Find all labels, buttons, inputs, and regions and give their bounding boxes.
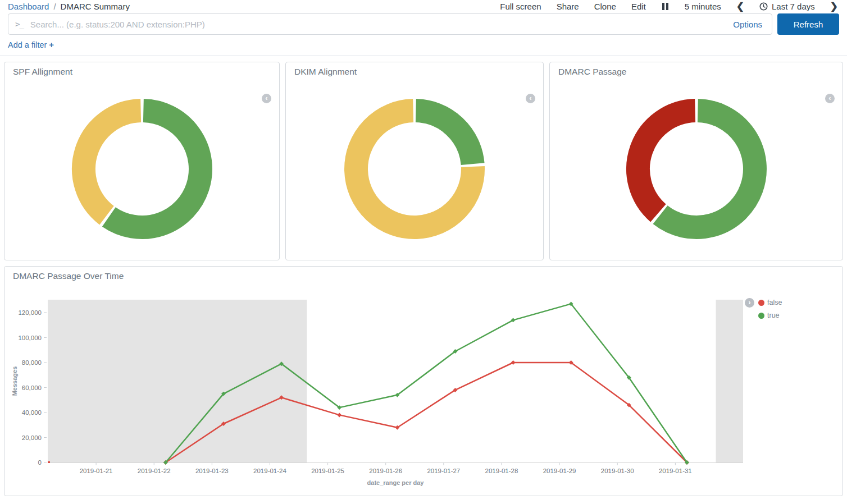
breadcrumb: Dashboard / DMARC Summary [8,2,130,11]
x-tick-label: 2019-01-21 [80,468,113,474]
clone-button[interactable]: Clone [594,2,616,11]
dmarc-donut-chart[interactable] [622,95,771,245]
time-range-label: Last 7 days [772,2,815,11]
legend-toggle-icon[interactable]: › [745,298,754,308]
legend-dot [758,313,764,319]
time-back-chevron-icon[interactable]: ❮ [736,2,744,11]
donut-svg [340,95,489,243]
line-chart-svg: 020,00040,00060,00080,000100,000120,0002… [4,267,843,496]
time-forward-chevron-icon[interactable]: ❯ [830,2,838,11]
pie-segment-1[interactable] [638,111,695,213]
donut-svg [68,95,216,243]
x-tick-label: 2019-01-29 [543,468,576,474]
clock-icon [759,2,768,11]
line-chart: 020,00040,00060,00080,000100,000120,0002… [4,267,843,498]
panel-spf-allignment: SPF Allignment ‹ [4,62,280,260]
refresh-interval-label[interactable]: 5 minutes [685,2,721,11]
shaded-band [716,300,744,462]
legend-item-false[interactable]: false [758,299,782,306]
x-axis-title: date_range per day [367,479,425,486]
edit-button[interactable]: Edit [631,2,646,11]
options-link[interactable]: Options [723,20,772,29]
add-filter-label: Add a filter [8,40,47,49]
top-panel-row: SPF Allignment ‹ DKIM Alignment ‹ DMARC … [4,62,843,260]
pause-icon[interactable] [661,2,670,11]
legend-label: false [767,299,782,306]
legend-collapse-icon[interactable]: ‹ [526,94,535,103]
top-nav: Full screen Share Clone Edit 5 minutes ❮… [500,2,838,11]
add-filter-link[interactable]: Add a filter + [8,40,54,49]
plus-icon: + [49,40,54,49]
series-marker [337,413,341,417]
x-tick-label: 2019-01-23 [195,468,229,474]
query-bar: >_ Options Refresh [0,13,847,35]
dashboard-grid: SPF Allignment ‹ DKIM Alignment ‹ DMARC … [0,56,847,496]
series-edge-tick [48,461,50,463]
panel-title: DKIM Alignment [286,62,543,77]
refresh-button[interactable]: Refresh [777,13,839,35]
pie-segment-0[interactable] [416,111,472,164]
series-marker [511,360,516,365]
panel-title: SPF Allignment [4,62,279,77]
fullscreen-button[interactable]: Full screen [500,2,541,11]
legend-collapse-icon[interactable]: ‹ [825,94,835,103]
x-tick-label: 2019-01-24 [253,468,286,474]
panel-title: DMARC Passage [550,62,843,77]
chart-legend: › falsetrue [745,298,782,319]
time-range-picker[interactable]: Last 7 days [759,2,815,11]
page-title: DMARC Summary [61,2,130,11]
y-tick-label: 80,000 [22,359,42,366]
search-box: >_ Options [8,13,772,35]
search-input[interactable] [29,19,723,30]
filter-bar: Add a filter + [0,35,847,56]
y-tick-label: 120,000 [18,309,42,316]
panel-dmarc-passage: DMARC Passage ‹ [549,62,843,260]
dkim-donut-chart[interactable] [340,95,489,245]
y-tick-label: 100,000 [18,335,42,341]
x-tick-label: 2019-01-26 [369,468,402,474]
y-tick-label: 0 [38,459,42,466]
donut-svg [622,95,771,243]
breadcrumb-separator: / [53,2,56,11]
pie-segment-1[interactable] [84,111,141,216]
legend-dot [758,300,764,306]
y-axis-title: Messages [11,366,18,396]
pie-segment-0[interactable] [108,111,200,227]
x-tick-label: 2019-01-22 [138,468,171,474]
legend-item-true[interactable]: true [758,311,782,319]
x-tick-label: 2019-01-30 [601,468,634,474]
spf-donut-chart[interactable] [68,95,216,245]
console-prompt-icon: >_ [15,20,24,29]
panel-dmarc-passage-over-time: 020,00040,00060,00080,000100,000120,0002… [4,266,843,496]
breadcrumb-dashboard-link[interactable]: Dashboard [8,2,49,11]
x-tick-label: 2019-01-31 [659,468,692,474]
panel-title: DMARC Passage Over Time [4,267,124,281]
legend-label: true [767,311,780,319]
share-button[interactable]: Share [557,2,579,11]
x-tick-label: 2019-01-28 [485,468,518,474]
pie-segment-0[interactable] [660,111,754,227]
top-bar: Dashboard / DMARC Summary Full screen Sh… [0,0,847,12]
shaded-band [48,300,307,462]
x-tick-label: 2019-01-27 [427,468,460,474]
y-tick-label: 20,000 [22,434,42,441]
legend-collapse-icon[interactable]: ‹ [262,94,271,103]
x-tick-label: 2019-01-25 [311,468,344,474]
panel-dkim-alignment: DKIM Alignment ‹ [285,62,544,260]
y-tick-label: 40,000 [22,409,42,416]
legend-items: falsetrue [758,298,782,319]
y-tick-label: 60,000 [22,384,42,391]
